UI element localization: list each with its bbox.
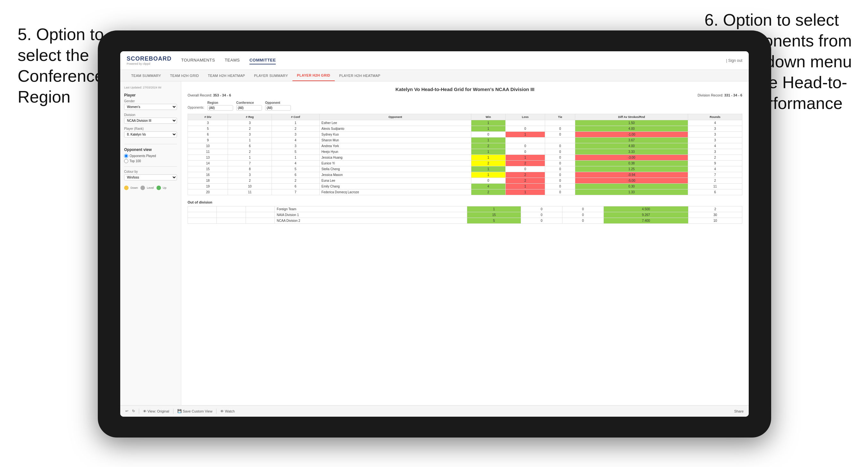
overall-record: Overall Record: 353 - 34 - 6 <box>188 93 231 97</box>
legend-up: Up <box>156 186 167 190</box>
cell-reg: 2 <box>228 149 272 155</box>
colour-by-label: Colour by <box>124 170 177 174</box>
gender-select[interactable]: Women's <box>124 104 177 110</box>
cell-ood-loss: 0 <box>521 218 562 224</box>
cell-ood-reg <box>217 218 246 224</box>
colour-by-select[interactable]: Win/loss <box>124 174 177 181</box>
cell-ood-conf <box>246 207 275 212</box>
save-custom-view-btn[interactable]: 💾 Save Custom View <box>177 409 213 413</box>
opponents-played-label: Opponents Played <box>129 154 156 158</box>
cell-ood-name: Foreign Team <box>275 207 467 212</box>
cell-win: 1 <box>471 172 505 178</box>
cell-ood-win: 1 <box>467 207 521 212</box>
cell-tie: 0 <box>545 132 575 137</box>
cell-diff: 0.38 <box>575 161 688 166</box>
th-tie: Tie <box>545 114 575 120</box>
cell-diff: -1.00 <box>575 132 688 137</box>
nav-tournaments[interactable]: TOURNAMENTS <box>181 56 215 64</box>
opponent-filter-select[interactable]: (All) <box>265 105 291 111</box>
sub-nav: TEAM SUMMARY TEAM H2H GRID TEAM H2H HEAT… <box>120 70 749 82</box>
nav-teams[interactable]: TEAMS <box>225 56 240 64</box>
cell-tie <box>545 137 575 143</box>
cell-conf: 3 <box>272 143 319 149</box>
sub-nav-team-h2h-grid[interactable]: TEAM H2H GRID <box>165 70 203 81</box>
cell-win: 1 <box>471 155 505 161</box>
sub-nav-player-h2h-grid[interactable]: PLAYER H2H GRID <box>292 70 335 81</box>
watch-btn[interactable]: 👁 Watch <box>220 409 235 413</box>
cell-div: 15 <box>188 166 228 172</box>
main-content: Last Updated: 27/03/2024 IM Player Gende… <box>120 82 749 405</box>
dot-level <box>141 186 145 190</box>
cell-reg: 2 <box>228 178 272 184</box>
cell-tie: 0 <box>545 149 575 155</box>
cell-opponent: Stella Cheng <box>319 166 471 172</box>
table-row: 14 7 4 Eunice Yi 2 2 0 0.38 9 <box>188 161 742 166</box>
cell-div: 3 <box>188 120 228 126</box>
sub-nav-team-summary[interactable]: TEAM SUMMARY <box>127 70 165 81</box>
sub-nav-player-h2h-heatmap[interactable]: PLAYER H2H HEATMAP <box>335 70 385 81</box>
cell-conf: 2 <box>272 126 319 132</box>
cell-win: 2 <box>471 161 505 166</box>
cell-ood-name: NCAA Division 2 <box>275 218 467 224</box>
view-original-btn[interactable]: 👁 View: Original <box>143 409 169 413</box>
cell-ood-div <box>188 218 217 224</box>
opponent-filter-title: Opponent <box>265 101 291 104</box>
opponents-played-radio[interactable]: Opponents Played <box>124 154 177 158</box>
cell-rounds: 3 <box>688 137 742 143</box>
redo-btn[interactable]: ↻ <box>132 409 135 413</box>
nav-committee[interactable]: COMMITTEE <box>249 56 276 64</box>
table-row: 19 10 6 Emily Chang 4 1 0 0.30 11 <box>188 184 742 189</box>
cell-div: 10 <box>188 143 228 149</box>
legend-level: Level <box>141 186 154 190</box>
sub-nav-player-summary[interactable]: PLAYER SUMMARY <box>249 70 292 81</box>
cell-diff: 3.33 <box>575 149 688 155</box>
th-rounds: Rounds <box>688 114 742 120</box>
region-filter-group: Region (All) <box>208 101 233 111</box>
region-filter-select[interactable]: (All) <box>208 105 233 111</box>
cell-rounds: 11 <box>688 184 742 189</box>
cell-loss: 0 <box>505 126 545 132</box>
logo-area: SCOREBOARD Powered by clippd <box>127 56 172 65</box>
cell-loss: 1 <box>505 132 545 137</box>
cell-div: 20 <box>188 189 228 195</box>
conference-filter-select[interactable]: (All) <box>236 105 262 111</box>
cell-ood-diff: 9.267 <box>603 212 688 218</box>
cell-div: 16 <box>188 172 228 178</box>
cell-ood-win: 5 <box>467 218 521 224</box>
th-conf: # Conf <box>272 114 319 120</box>
opponent-filter-group: Opponent (All) <box>265 101 291 111</box>
cell-rounds: 7 <box>688 172 742 178</box>
cell-tie: 0 <box>545 143 575 149</box>
undo-btn[interactable]: ↩ <box>125 409 128 413</box>
cell-div: 11 <box>188 149 228 155</box>
table-row: 5 2 2 Alexis Sudjianto 1 0 0 4.00 3 <box>188 126 742 132</box>
share-btn[interactable]: Share <box>734 409 744 413</box>
cell-win: 1 <box>471 166 505 172</box>
cell-diff: 0.30 <box>575 184 688 189</box>
toolbar-sep-2 <box>173 409 174 414</box>
cell-win: 4 <box>471 184 505 189</box>
content-area: Katelyn Vo Head-to-Head Grid for Women's… <box>181 82 749 405</box>
cell-opponent: Andrea York <box>319 143 471 149</box>
conference-filter-group: Conference (All) <box>236 101 262 111</box>
cell-reg: 3 <box>228 132 272 137</box>
division-select[interactable]: NCAA Division III <box>124 118 177 124</box>
cell-opponent: Eunice Yi <box>319 161 471 166</box>
cell-tie: 0 <box>545 126 575 132</box>
player-rank-select[interactable]: 8. Katelyn Vo <box>124 131 177 137</box>
nav-sign-out[interactable]: | Sign out <box>726 58 742 63</box>
cell-win: 0 <box>471 178 505 184</box>
sub-nav-team-h2h-heatmap[interactable]: TEAM H2H HEATMAP <box>203 70 249 81</box>
cell-rounds: 3 <box>688 126 742 132</box>
cell-win: 0 <box>471 132 505 137</box>
legend-down-label: Down <box>130 186 138 189</box>
cell-loss: 2 <box>505 178 545 184</box>
cell-reg: 7 <box>228 161 272 166</box>
table-row: 10 6 3 Andrea York 2 0 0 4.00 4 <box>188 143 742 149</box>
cell-opponent: Jessica Mason <box>319 172 471 178</box>
cell-opponent: Sharon Mun <box>319 137 471 143</box>
cell-loss: 0 <box>505 149 545 155</box>
cell-div: 6 <box>188 132 228 137</box>
top100-radio[interactable]: Top 100 <box>124 159 177 163</box>
cell-loss <box>505 120 545 126</box>
